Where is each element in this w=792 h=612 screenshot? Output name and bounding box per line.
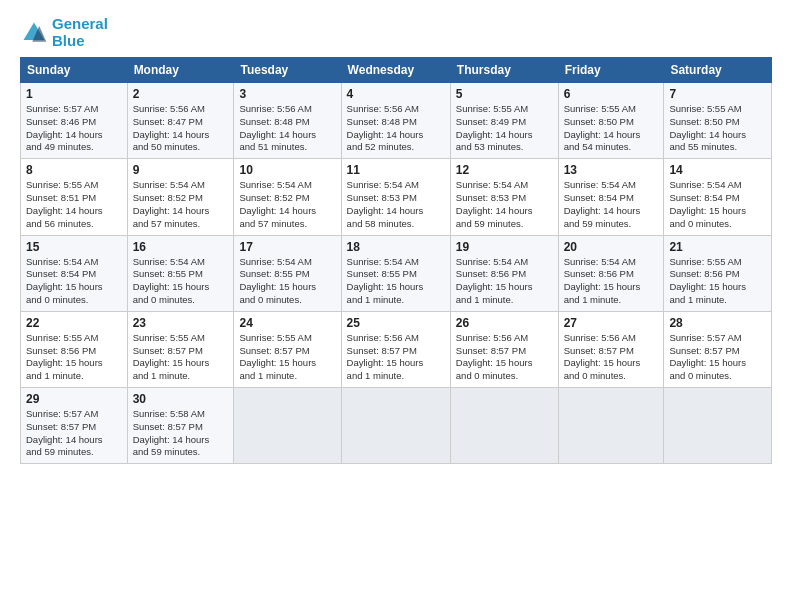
header: General Blue bbox=[20, 16, 772, 49]
day-number: 30 bbox=[133, 392, 229, 406]
calendar-cell: 3Sunrise: 5:56 AM Sunset: 8:48 PM Daylig… bbox=[234, 83, 341, 159]
day-number: 18 bbox=[347, 240, 445, 254]
calendar-cell bbox=[450, 388, 558, 464]
calendar-cell: 8Sunrise: 5:55 AM Sunset: 8:51 PM Daylig… bbox=[21, 159, 128, 235]
day-info: Sunrise: 5:55 AM Sunset: 8:56 PM Dayligh… bbox=[669, 256, 766, 307]
day-info: Sunrise: 5:55 AM Sunset: 8:49 PM Dayligh… bbox=[456, 103, 553, 154]
calendar-cell: 24Sunrise: 5:55 AM Sunset: 8:57 PM Dayli… bbox=[234, 311, 341, 387]
calendar-row-3: 15Sunrise: 5:54 AM Sunset: 8:54 PM Dayli… bbox=[21, 235, 772, 311]
day-info: Sunrise: 5:54 AM Sunset: 8:55 PM Dayligh… bbox=[347, 256, 445, 307]
col-tuesday: Tuesday bbox=[234, 58, 341, 83]
calendar-cell: 28Sunrise: 5:57 AM Sunset: 8:57 PM Dayli… bbox=[664, 311, 772, 387]
day-info: Sunrise: 5:54 AM Sunset: 8:52 PM Dayligh… bbox=[239, 179, 335, 230]
calendar-cell: 5Sunrise: 5:55 AM Sunset: 8:49 PM Daylig… bbox=[450, 83, 558, 159]
day-number: 19 bbox=[456, 240, 553, 254]
day-number: 21 bbox=[669, 240, 766, 254]
day-info: Sunrise: 5:55 AM Sunset: 8:51 PM Dayligh… bbox=[26, 179, 122, 230]
calendar-cell: 27Sunrise: 5:56 AM Sunset: 8:57 PM Dayli… bbox=[558, 311, 664, 387]
page: General Blue Sunday Monday Tuesday Wedne… bbox=[0, 0, 792, 612]
day-number: 16 bbox=[133, 240, 229, 254]
calendar-body: 1Sunrise: 5:57 AM Sunset: 8:46 PM Daylig… bbox=[21, 83, 772, 464]
calendar-row-4: 22Sunrise: 5:55 AM Sunset: 8:56 PM Dayli… bbox=[21, 311, 772, 387]
day-number: 9 bbox=[133, 163, 229, 177]
day-number: 10 bbox=[239, 163, 335, 177]
calendar-cell: 22Sunrise: 5:55 AM Sunset: 8:56 PM Dayli… bbox=[21, 311, 128, 387]
day-info: Sunrise: 5:56 AM Sunset: 8:48 PM Dayligh… bbox=[347, 103, 445, 154]
day-number: 11 bbox=[347, 163, 445, 177]
day-number: 23 bbox=[133, 316, 229, 330]
calendar-cell: 13Sunrise: 5:54 AM Sunset: 8:54 PM Dayli… bbox=[558, 159, 664, 235]
calendar-row-2: 8Sunrise: 5:55 AM Sunset: 8:51 PM Daylig… bbox=[21, 159, 772, 235]
col-saturday: Saturday bbox=[664, 58, 772, 83]
calendar-cell: 1Sunrise: 5:57 AM Sunset: 8:46 PM Daylig… bbox=[21, 83, 128, 159]
day-number: 26 bbox=[456, 316, 553, 330]
day-info: Sunrise: 5:54 AM Sunset: 8:52 PM Dayligh… bbox=[133, 179, 229, 230]
day-number: 20 bbox=[564, 240, 659, 254]
day-info: Sunrise: 5:55 AM Sunset: 8:50 PM Dayligh… bbox=[669, 103, 766, 154]
calendar-cell: 12Sunrise: 5:54 AM Sunset: 8:53 PM Dayli… bbox=[450, 159, 558, 235]
day-number: 13 bbox=[564, 163, 659, 177]
day-number: 2 bbox=[133, 87, 229, 101]
day-info: Sunrise: 5:56 AM Sunset: 8:47 PM Dayligh… bbox=[133, 103, 229, 154]
day-info: Sunrise: 5:54 AM Sunset: 8:53 PM Dayligh… bbox=[456, 179, 553, 230]
calendar-cell: 20Sunrise: 5:54 AM Sunset: 8:56 PM Dayli… bbox=[558, 235, 664, 311]
calendar-cell: 23Sunrise: 5:55 AM Sunset: 8:57 PM Dayli… bbox=[127, 311, 234, 387]
calendar-cell: 7Sunrise: 5:55 AM Sunset: 8:50 PM Daylig… bbox=[664, 83, 772, 159]
calendar-header-row: Sunday Monday Tuesday Wednesday Thursday… bbox=[21, 58, 772, 83]
calendar-cell: 10Sunrise: 5:54 AM Sunset: 8:52 PM Dayli… bbox=[234, 159, 341, 235]
day-info: Sunrise: 5:54 AM Sunset: 8:54 PM Dayligh… bbox=[669, 179, 766, 230]
calendar-cell bbox=[234, 388, 341, 464]
calendar-row-5: 29Sunrise: 5:57 AM Sunset: 8:57 PM Dayli… bbox=[21, 388, 772, 464]
calendar-cell: 19Sunrise: 5:54 AM Sunset: 8:56 PM Dayli… bbox=[450, 235, 558, 311]
calendar-table: Sunday Monday Tuesday Wednesday Thursday… bbox=[20, 57, 772, 464]
day-number: 6 bbox=[564, 87, 659, 101]
day-info: Sunrise: 5:54 AM Sunset: 8:54 PM Dayligh… bbox=[564, 179, 659, 230]
calendar-cell: 6Sunrise: 5:55 AM Sunset: 8:50 PM Daylig… bbox=[558, 83, 664, 159]
day-info: Sunrise: 5:55 AM Sunset: 8:57 PM Dayligh… bbox=[133, 332, 229, 383]
calendar-cell: 14Sunrise: 5:54 AM Sunset: 8:54 PM Dayli… bbox=[664, 159, 772, 235]
col-monday: Monday bbox=[127, 58, 234, 83]
day-info: Sunrise: 5:55 AM Sunset: 8:56 PM Dayligh… bbox=[26, 332, 122, 383]
calendar-cell: 16Sunrise: 5:54 AM Sunset: 8:55 PM Dayli… bbox=[127, 235, 234, 311]
day-info: Sunrise: 5:54 AM Sunset: 8:55 PM Dayligh… bbox=[239, 256, 335, 307]
day-info: Sunrise: 5:57 AM Sunset: 8:57 PM Dayligh… bbox=[26, 408, 122, 459]
calendar-cell: 25Sunrise: 5:56 AM Sunset: 8:57 PM Dayli… bbox=[341, 311, 450, 387]
calendar-row-1: 1Sunrise: 5:57 AM Sunset: 8:46 PM Daylig… bbox=[21, 83, 772, 159]
day-number: 15 bbox=[26, 240, 122, 254]
calendar-cell: 17Sunrise: 5:54 AM Sunset: 8:55 PM Dayli… bbox=[234, 235, 341, 311]
calendar-cell: 18Sunrise: 5:54 AM Sunset: 8:55 PM Dayli… bbox=[341, 235, 450, 311]
calendar-cell bbox=[341, 388, 450, 464]
day-number: 27 bbox=[564, 316, 659, 330]
calendar-cell bbox=[558, 388, 664, 464]
day-number: 8 bbox=[26, 163, 122, 177]
calendar-cell: 29Sunrise: 5:57 AM Sunset: 8:57 PM Dayli… bbox=[21, 388, 128, 464]
col-thursday: Thursday bbox=[450, 58, 558, 83]
col-wednesday: Wednesday bbox=[341, 58, 450, 83]
day-info: Sunrise: 5:58 AM Sunset: 8:57 PM Dayligh… bbox=[133, 408, 229, 459]
col-sunday: Sunday bbox=[21, 58, 128, 83]
calendar-cell: 26Sunrise: 5:56 AM Sunset: 8:57 PM Dayli… bbox=[450, 311, 558, 387]
calendar-cell: 21Sunrise: 5:55 AM Sunset: 8:56 PM Dayli… bbox=[664, 235, 772, 311]
day-number: 3 bbox=[239, 87, 335, 101]
col-friday: Friday bbox=[558, 58, 664, 83]
calendar-cell: 11Sunrise: 5:54 AM Sunset: 8:53 PM Dayli… bbox=[341, 159, 450, 235]
day-info: Sunrise: 5:54 AM Sunset: 8:56 PM Dayligh… bbox=[456, 256, 553, 307]
logo: General Blue bbox=[20, 16, 108, 49]
day-info: Sunrise: 5:56 AM Sunset: 8:57 PM Dayligh… bbox=[347, 332, 445, 383]
day-info: Sunrise: 5:57 AM Sunset: 8:46 PM Dayligh… bbox=[26, 103, 122, 154]
day-number: 5 bbox=[456, 87, 553, 101]
day-info: Sunrise: 5:56 AM Sunset: 8:57 PM Dayligh… bbox=[456, 332, 553, 383]
day-info: Sunrise: 5:56 AM Sunset: 8:57 PM Dayligh… bbox=[564, 332, 659, 383]
logo-icon bbox=[20, 19, 48, 47]
calendar-cell: 9Sunrise: 5:54 AM Sunset: 8:52 PM Daylig… bbox=[127, 159, 234, 235]
day-number: 22 bbox=[26, 316, 122, 330]
day-info: Sunrise: 5:56 AM Sunset: 8:48 PM Dayligh… bbox=[239, 103, 335, 154]
day-info: Sunrise: 5:54 AM Sunset: 8:54 PM Dayligh… bbox=[26, 256, 122, 307]
day-info: Sunrise: 5:54 AM Sunset: 8:53 PM Dayligh… bbox=[347, 179, 445, 230]
calendar-cell: 15Sunrise: 5:54 AM Sunset: 8:54 PM Dayli… bbox=[21, 235, 128, 311]
calendar-cell: 30Sunrise: 5:58 AM Sunset: 8:57 PM Dayli… bbox=[127, 388, 234, 464]
calendar-cell: 2Sunrise: 5:56 AM Sunset: 8:47 PM Daylig… bbox=[127, 83, 234, 159]
day-number: 7 bbox=[669, 87, 766, 101]
day-info: Sunrise: 5:57 AM Sunset: 8:57 PM Dayligh… bbox=[669, 332, 766, 383]
calendar-cell bbox=[664, 388, 772, 464]
